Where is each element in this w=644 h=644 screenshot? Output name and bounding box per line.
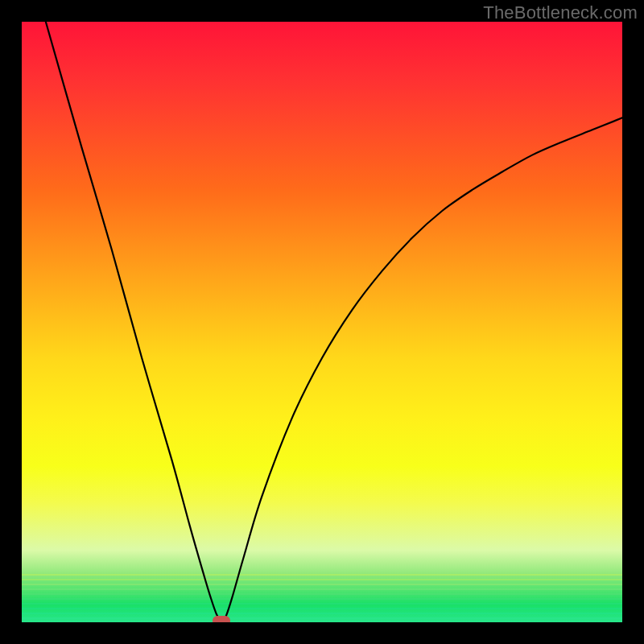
plot-area bbox=[22, 22, 622, 622]
chart-frame: TheBottleneck.com bbox=[0, 0, 644, 644]
background-gradient bbox=[22, 22, 622, 622]
min-marker bbox=[213, 616, 230, 622]
watermark-text: TheBottleneck.com bbox=[483, 2, 638, 23]
